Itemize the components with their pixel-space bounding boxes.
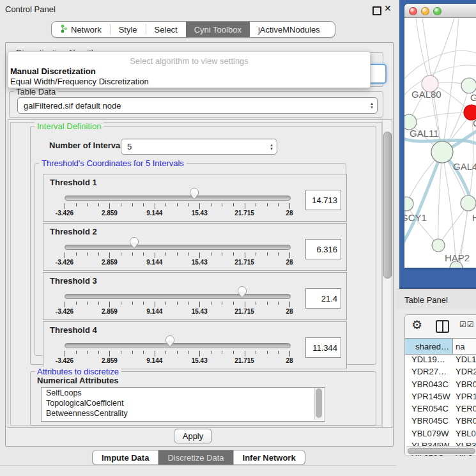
table-row[interactable]: YER054CYER0 [405, 404, 476, 416]
threshold-value-field[interactable] [305, 190, 341, 210]
attributes-group-label: Attributes to discretize [35, 367, 121, 376]
column-layout-icon[interactable] [436, 320, 449, 333]
network-canvas[interactable]: GAL80GACGAL11GAL4GCY1HHAP2 [404, 18, 476, 268]
node-gcy1[interactable] [404, 197, 413, 211]
slider-thumb[interactable] [165, 335, 175, 350]
node-green-a[interactable] [461, 78, 476, 93]
slider-tick [289, 203, 290, 209]
column-header-name[interactable]: na [453, 339, 476, 354]
table-hscrollbar-thumb[interactable] [408, 448, 475, 454]
table-row[interactable]: YBR043CYBR0 [405, 380, 476, 392]
slider-tick [256, 302, 256, 305]
threshold-label: Threshold 4 [50, 325, 97, 335]
select-columns-icon[interactable]: ☑☑ [459, 320, 475, 329]
network-edge[interactable] [409, 112, 472, 122]
network-edge[interactable] [416, 18, 430, 84]
network-window-titlebar[interactable] [404, 4, 476, 18]
tab-discretize-data[interactable]: Discretize Data [158, 450, 233, 464]
slider-tick [143, 252, 144, 256]
slider-tick [155, 302, 155, 307]
tab-jactivemnodules[interactable]: jActiveMNodules [250, 22, 328, 37]
node-h[interactable] [461, 196, 476, 211]
apply-button[interactable]: Apply [174, 429, 212, 443]
bottom-tabbar: Impute DataDiscretize DataInfer Network [92, 450, 305, 465]
vertical-scrollbar-thumb[interactable] [383, 132, 392, 279]
float-window-icon[interactable] [372, 6, 381, 15]
slider-tick [132, 252, 133, 256]
threshold-value-field[interactable] [305, 239, 341, 259]
close-icon[interactable]: ✕ [384, 3, 392, 13]
network-edge[interactable] [404, 50, 476, 79]
slider-tick [267, 252, 268, 256]
slider-track[interactable] [65, 245, 291, 250]
vertical-scrollbar[interactable] [382, 120, 392, 427]
threshold-value-field[interactable] [305, 288, 341, 309]
slider-tick [222, 203, 222, 206]
slider-tick-label: 9.144 [146, 259, 162, 266]
list-scrollbar-thumb[interactable] [316, 388, 322, 418]
table-row[interactable]: YDR27…YDR2 [405, 367, 476, 379]
attribute-list-item[interactable]: TopologicalCoefficient [42, 398, 325, 408]
slider-tick [267, 351, 268, 354]
slider-tick-label: 28 [286, 259, 293, 266]
network-edge[interactable] [442, 18, 459, 152]
tab-style[interactable]: Style [111, 22, 146, 37]
interval-definition-label: Interval Definition [35, 121, 104, 131]
slider-tick-label: 9.144 [146, 308, 162, 315]
num-intervals-combobox[interactable]: 5 ▲▼ [121, 139, 277, 155]
tab-label: Select [155, 25, 178, 35]
column-header-shared-name[interactable]: shared… [405, 339, 453, 354]
tab-network[interactable]: Network [52, 22, 110, 37]
gear-icon[interactable]: ⚙ [411, 318, 422, 332]
node-gal4[interactable] [431, 141, 453, 163]
numerical-attributes-list[interactable]: SelfLoopsTopologicalCoefficientBetweenne… [41, 387, 325, 422]
slider-tick [132, 302, 133, 305]
slider-tick [155, 351, 155, 357]
table-row[interactable]: YBL079WYBL0 [405, 429, 476, 441]
list-scrollbar[interactable] [314, 388, 323, 420]
slider-tick [76, 203, 77, 206]
attribute-list-item[interactable]: SelfLoops [42, 388, 325, 398]
algorithm-option-equal-width[interactable]: Equal Width/Frequency Discretization [10, 77, 149, 86]
slider-tick [109, 302, 110, 307]
tab-impute-data[interactable]: Impute Data [93, 450, 158, 464]
control-panel-tabbar: NetworkStyleSelectCyni ToolboxjActiveMNo… [51, 21, 335, 38]
slider-tick-label: -3.426 [56, 308, 73, 315]
table-row[interactable]: YPR145WYPR1 [405, 392, 476, 404]
network-edge[interactable] [438, 152, 442, 245]
slider-tick [65, 252, 65, 258]
traffic-light-zoom-icon[interactable] [433, 7, 441, 15]
tab-select[interactable]: Select [146, 22, 186, 37]
slider-track[interactable] [65, 343, 291, 348]
traffic-light-minimize-icon[interactable] [421, 7, 429, 15]
table-data-combobox[interactable]: galFiltered.sif default node ▲▼ [17, 97, 378, 114]
slider-tick [211, 351, 211, 354]
table-horizontal-scrollbar[interactable] [406, 446, 476, 454]
node-table: shared…naYDL19…YDL1YDR27…YDR2YBR043CYBR0… [405, 338, 476, 456]
slider-tick [87, 203, 88, 206]
slider-tick [177, 252, 178, 256]
table-row[interactable]: YDL19…YDL1 [405, 355, 476, 367]
tab-label: Cyni Toolbox [194, 25, 242, 35]
attribute-list-item[interactable]: BetweennessCentrality [42, 408, 325, 418]
slider-thumb[interactable] [129, 237, 139, 252]
slider-tick [76, 252, 77, 256]
slider-tick [177, 203, 178, 206]
table-row[interactable]: YBR045CYBR0 [405, 416, 476, 428]
tab-cyni-toolbox[interactable]: Cyni Toolbox [186, 22, 250, 37]
slider-thumb[interactable] [189, 188, 199, 203]
node-hap2[interactable] [432, 239, 445, 252]
slider-track[interactable] [65, 294, 291, 299]
threshold-value-field[interactable] [305, 337, 341, 358]
slider-track[interactable] [65, 196, 291, 201]
slider-tick-label: 21.715 [234, 259, 254, 266]
slider-tick [109, 203, 110, 209]
slider-tick [155, 252, 155, 258]
table-panel-header: Table Panel [396, 289, 476, 310]
algorithm-option-manual[interactable]: Manual Discretization [10, 66, 96, 76]
slider-tick [165, 203, 166, 206]
numerical-attributes-label: Numerical Attributes [37, 376, 118, 385]
traffic-light-close-icon[interactable] [409, 7, 417, 15]
tab-infer-network[interactable]: Infer Network [233, 450, 305, 464]
slider-thumb[interactable] [237, 286, 247, 301]
